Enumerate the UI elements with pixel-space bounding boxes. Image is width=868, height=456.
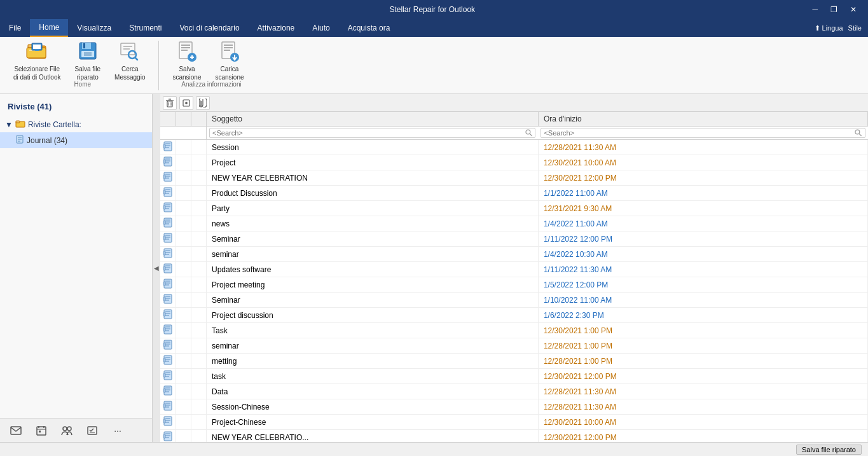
sidebar-folder-riviste[interactable]: ▼ Riviste Cartella: [0, 116, 152, 132]
col-icon [160, 112, 176, 127]
row-subject[interactable]: metting [207, 354, 539, 369]
menu-strumenti[interactable]: Strumenti [120, 19, 170, 37]
table-row[interactable]: Project meeting 1/5/2022 12:00 PM [160, 277, 868, 293]
table-row[interactable]: seminar 12/28/2021 1:00 PM [160, 338, 868, 354]
row-subject[interactable]: Product Discussion [207, 186, 539, 201]
menu-file[interactable]: File [0, 19, 30, 37]
table-row[interactable]: Party 12/31/2021 9:30 AM [160, 201, 868, 216]
row-flag-cell [176, 201, 191, 216]
table-row[interactable]: Updates software 1/11/2022 11:30 AM [160, 262, 868, 277]
row-subject[interactable]: task [207, 369, 539, 384]
attachment-button[interactable] [196, 96, 210, 110]
menu-voci-calendario[interactable]: Voci di calendario [171, 19, 249, 37]
row-flag-cell [176, 384, 191, 399]
table-row[interactable]: Task 12/30/2021 1:00 PM [160, 323, 868, 338]
new-item-button[interactable] [179, 96, 193, 110]
folder-open-icon [25, 39, 48, 62]
table-row[interactable]: Product Discussion 1/1/2022 11:00 AM [160, 186, 868, 201]
cerca-messaggio-button[interactable]: CercaMessaggio [107, 36, 152, 85]
row-time: 1/10/2022 11:00 AM [538, 293, 867, 308]
row-flag-cell [176, 354, 191, 369]
row-icon-cell [160, 430, 176, 443]
row-flag-cell [176, 186, 191, 201]
row-subject[interactable]: Seminar [207, 293, 539, 308]
row-subject[interactable]: news [207, 216, 539, 231]
status-save-button[interactable]: Salva file riparato [796, 445, 862, 455]
row-attach-cell [191, 308, 207, 323]
svg-rect-117 [163, 312, 165, 316]
table-row[interactable]: Seminar 1/11/2022 12:00 PM [160, 231, 868, 247]
row-journal-icon [163, 233, 173, 243]
row-icon-cell [160, 415, 176, 430]
row-time: 12/30/2021 10:00 AM [538, 415, 867, 430]
row-subject[interactable]: Seminar [207, 231, 539, 247]
table-row[interactable]: NEW YEAR CELEBRATION 12/30/2021 12:00 PM [160, 170, 868, 186]
table-row[interactable]: Seminar 1/10/2022 11:00 AM [160, 293, 868, 308]
table-row[interactable]: Session 12/28/2021 11:30 AM [160, 140, 868, 155]
row-subject[interactable]: Session-Chinese [207, 399, 539, 415]
row-subject[interactable]: Project meeting [207, 277, 539, 293]
nav-tasks-button[interactable] [83, 422, 102, 439]
row-subject[interactable]: Project discussion [207, 308, 539, 323]
table-row[interactable]: task 12/30/2021 12:00 PM [160, 369, 868, 384]
table-row[interactable]: Project-Chinese 12/30/2021 10:00 AM [160, 415, 868, 430]
row-flag-cell [176, 140, 191, 155]
table-row[interactable]: Project 12/30/2021 10:00 AM [160, 155, 868, 170]
row-time: 1/5/2022 12:00 PM [538, 277, 867, 293]
search-time-input[interactable] [544, 129, 854, 137]
row-subject[interactable]: Session [207, 140, 539, 155]
carica-scansione-button[interactable]: Caricascansione [208, 36, 251, 85]
col-soggetto[interactable]: Soggetto [207, 112, 539, 127]
row-icon-cell [160, 155, 176, 170]
table-row[interactable]: news 1/4/2022 11:00 AM [160, 216, 868, 231]
row-time: 12/28/2021 11:30 AM [538, 399, 867, 415]
row-subject[interactable]: Project [207, 155, 539, 170]
row-subject[interactable]: NEW YEAR CELEBRATIO... [207, 430, 539, 443]
row-subject[interactable]: seminar [207, 338, 539, 354]
menu-attivazione[interactable]: Attivazione [249, 19, 304, 37]
menu-aiuto[interactable]: Aiuto [303, 19, 338, 37]
table-row[interactable]: NEW YEAR CELEBRATIO... 12/30/2021 12:00 … [160, 430, 868, 443]
search-subject-input[interactable] [212, 129, 525, 137]
lingua-label: ⬆ Lingua [815, 24, 843, 32]
row-subject[interactable]: Updates software [207, 262, 539, 277]
salva-file-button[interactable]: Salva fileriparato [68, 36, 108, 85]
table-row[interactable]: seminar 1/4/2022 10:30 AM [160, 247, 868, 262]
delete-button[interactable] [163, 96, 177, 110]
row-subject[interactable]: NEW YEAR CELEBRATION [207, 170, 539, 186]
row-flag-cell [176, 170, 191, 186]
table-row[interactable]: Project discussion 1/6/2022 2:30 PM [160, 308, 868, 323]
row-subject[interactable]: Party [207, 201, 539, 216]
row-subject[interactable]: Task [207, 323, 539, 338]
nav-mail-button[interactable] [6, 422, 25, 439]
nav-contacts-button[interactable] [57, 422, 76, 439]
menu-acquista-ora[interactable]: Acquista ora [339, 19, 399, 37]
search-icon [118, 39, 141, 62]
svg-rect-31 [16, 121, 20, 123]
collapse-panel-button[interactable]: ◀ [153, 94, 160, 442]
selezionare-file-button[interactable]: Selezionare Filedi dati di Outlook [6, 36, 68, 85]
col-ora-inizio[interactable]: Ora d'inizio [538, 112, 867, 127]
menu-home[interactable]: Home [30, 19, 68, 37]
maximize-button[interactable]: ❐ [825, 4, 843, 15]
row-subject[interactable]: Data [207, 384, 539, 399]
row-journal-icon [163, 309, 173, 319]
close-button[interactable]: ✕ [845, 4, 862, 15]
table-row[interactable]: Data 12/28/2021 11:30 AM [160, 384, 868, 399]
row-icon-cell [160, 323, 176, 338]
journal-icon [15, 135, 24, 144]
row-subject[interactable]: seminar [207, 247, 539, 262]
svg-rect-67 [163, 160, 165, 163]
minimize-button[interactable]: ─ [807, 4, 823, 15]
row-icon-cell [160, 170, 176, 186]
row-flag-cell [176, 247, 191, 262]
nav-calendar-button[interactable] [32, 422, 51, 439]
salva-scansione-button[interactable]: Salvascansione [165, 36, 208, 85]
table-row[interactable]: metting 12/28/2021 1:00 PM [160, 354, 868, 369]
nav-more-button[interactable]: ··· [108, 422, 127, 439]
row-attach-cell [191, 293, 207, 308]
menu-visualizza[interactable]: Visualizza [68, 19, 120, 37]
table-row[interactable]: Session-Chinese 12/28/2021 11:30 AM [160, 399, 868, 415]
row-subject[interactable]: Project-Chinese [207, 415, 539, 430]
sidebar-item-journal[interactable]: Journal (34) [0, 132, 152, 148]
